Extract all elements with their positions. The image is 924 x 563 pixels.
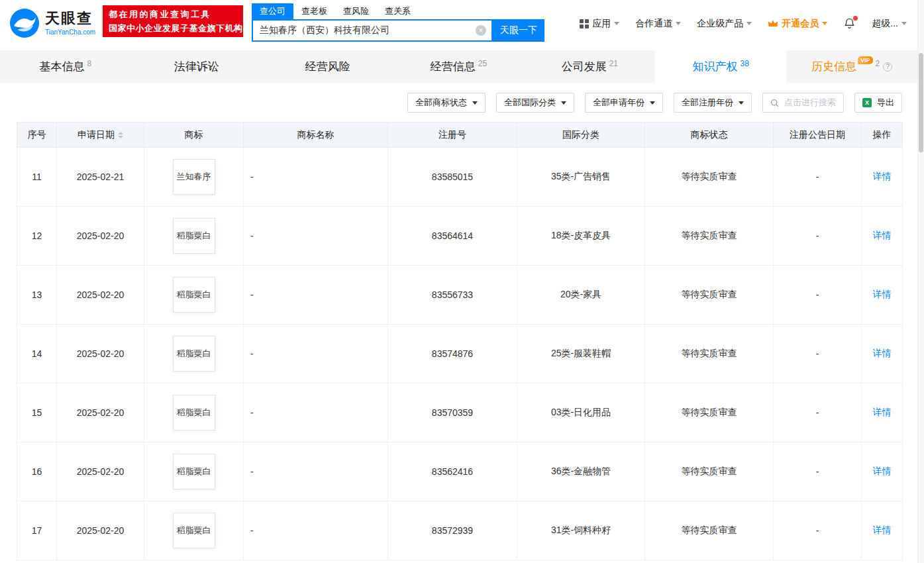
filter-intl-class[interactable]: 全部国际分类 xyxy=(496,93,574,113)
col-intl-class: 国际分类 xyxy=(517,123,645,148)
nav-account[interactable]: 超级... xyxy=(872,18,907,30)
registration-number: 83562416 xyxy=(388,442,517,501)
chevron-down-icon xyxy=(901,22,907,25)
crown-icon xyxy=(768,19,778,28)
search-area: 查公司 查老板 查风险 查关系 天眼一下 xyxy=(252,3,544,42)
trademark-image[interactable]: 稻脂粟白 xyxy=(173,395,215,431)
search-tab-company[interactable]: 查公司 xyxy=(252,3,293,19)
intl-class: 31类-饲料种籽 xyxy=(517,501,645,560)
nav-open-vip-label: 开通会员 xyxy=(782,18,819,30)
tab-intellectual-property[interactable]: 知识产权38 xyxy=(655,50,786,83)
brand-name: 天眼查 xyxy=(45,11,95,26)
action-cell: 详情 xyxy=(862,384,903,442)
tab-history-info[interactable]: 历史信息VIP2 xyxy=(786,50,917,83)
company-search-input[interactable] xyxy=(253,21,491,40)
apply-date: 2025-02-20 xyxy=(57,442,144,501)
action-cell: 详情 xyxy=(862,501,903,560)
scrollbar[interactable] xyxy=(917,0,924,563)
top-nav: 应用 合作通道 企业级产品 开通会员 超级... xyxy=(580,17,907,30)
tab-count: 2 xyxy=(876,59,880,68)
apply-date: 2025-02-20 xyxy=(57,266,144,325)
registration-number: 83556733 xyxy=(388,266,517,325)
tianyancha-logo[interactable]: 天眼查 TianYanCha.com xyxy=(9,8,95,38)
help-icon[interactable] xyxy=(883,62,892,72)
table-row: 14 2025-02-20 稻脂粟白 - 83574876 25类-服装鞋帽 等… xyxy=(17,325,903,384)
apply-date: 2025-02-20 xyxy=(57,325,144,384)
row-number: 14 xyxy=(17,325,57,384)
detail-link[interactable]: 详情 xyxy=(873,407,892,417)
detail-link[interactable]: 详情 xyxy=(873,289,892,299)
tab-basic-info[interactable]: 基本信息8 xyxy=(0,50,131,83)
filter-register-year[interactable]: 全部注册年份 xyxy=(674,93,752,113)
action-cell: 详情 xyxy=(862,325,903,384)
publish-date: - xyxy=(774,148,862,207)
trademark-status: 等待实质审查 xyxy=(645,384,774,442)
trademark-image[interactable]: 稻脂粟白 xyxy=(173,218,215,254)
search-tab-risk[interactable]: 查风险 xyxy=(335,3,377,19)
filter-row: 全部商标状态 全部国际分类 全部申请年份 全部注册年份 点击进行搜索 导出 xyxy=(17,93,902,113)
trademark-cell: 稻脂粟白 xyxy=(144,207,244,266)
trademark-status: 等待实质审查 xyxy=(645,501,774,560)
search-tab-boss[interactable]: 查老板 xyxy=(293,3,335,19)
registration-number: 83570359 xyxy=(388,384,517,442)
action-cell: 详情 xyxy=(862,442,903,501)
trademark-image[interactable]: 稻脂粟白 xyxy=(173,336,215,372)
nav-open-vip[interactable]: 开通会员 xyxy=(768,18,827,30)
tab-business-info[interactable]: 经营信息25 xyxy=(393,50,525,83)
apply-date: 2025-02-20 xyxy=(57,207,144,266)
nav-enterprise[interactable]: 企业级产品 xyxy=(697,18,752,30)
tab-legal-proceedings[interactable]: 法律诉讼 xyxy=(131,50,262,83)
detail-link[interactable]: 详情 xyxy=(873,230,892,240)
tab-count: 38 xyxy=(741,59,749,68)
tab-company-development[interactable]: 公司发展21 xyxy=(524,50,655,83)
table-search-placeholder: 点击进行搜索 xyxy=(784,97,836,109)
trademark-cell: 稻脂粟白 xyxy=(144,266,244,325)
search-tab-relation[interactable]: 查关系 xyxy=(377,3,419,19)
brand-domain: TianYanCha.com xyxy=(45,28,95,36)
col-apply-date: 申请日期 xyxy=(57,123,144,148)
tianyancha-page: 天眼查 TianYanCha.com 都在用的商业查询工具 国家中小企业发展子基… xyxy=(0,0,924,563)
notification-bell[interactable] xyxy=(843,17,856,30)
export-button[interactable]: 导出 xyxy=(854,93,902,113)
table-search-box[interactable]: 点击进行搜索 xyxy=(762,93,844,113)
nav-enterprise-label: 企业级产品 xyxy=(697,18,743,30)
detail-link[interactable]: 详情 xyxy=(873,348,892,358)
trademark-image[interactable]: 稻脂粟白 xyxy=(173,513,215,548)
trademark-cell: 稻脂粟白 xyxy=(144,325,244,384)
filter-apply-year[interactable]: 全部申请年份 xyxy=(585,93,663,113)
tab-business-risk[interactable]: 经营风险 xyxy=(262,50,393,83)
publish-date: - xyxy=(774,442,862,501)
scrollbar-thumb[interactable] xyxy=(919,53,923,152)
detail-link[interactable]: 详情 xyxy=(873,466,892,476)
nav-apps[interactable]: 应用 xyxy=(580,18,619,30)
col-action: 操作 xyxy=(862,123,903,148)
nav-cooperation[interactable]: 合作通道 xyxy=(635,18,681,30)
col-trademark-name: 商标名称 xyxy=(244,123,388,148)
detail-link[interactable]: 详情 xyxy=(873,171,892,181)
trademark-section: 全部商标状态 全部国际分类 全部申请年份 全部注册年份 点击进行搜索 导出 序号 xyxy=(17,93,902,560)
trademark-status: 等待实质审查 xyxy=(645,266,774,325)
trademark-name: - xyxy=(244,325,388,384)
trademark-image[interactable]: 稻脂粟白 xyxy=(173,454,215,489)
trademark-image[interactable]: 兰知春序 xyxy=(173,159,215,195)
filter-trademark-status[interactable]: 全部商标状态 xyxy=(407,93,486,113)
tab-count: 21 xyxy=(609,59,618,68)
table-row: 12 2025-02-20 稻脂粟白 - 83564614 18类-皮革皮具 等… xyxy=(17,207,903,266)
trademark-image[interactable]: 稻脂粟白 xyxy=(173,277,215,313)
chevron-down-icon xyxy=(822,22,827,25)
detail-link[interactable]: 详情 xyxy=(873,525,892,535)
sort-icon[interactable] xyxy=(118,132,123,138)
search-button[interactable]: 天眼一下 xyxy=(493,19,544,42)
section-tabs: 基本信息8 法律诉讼 经营风险 经营信息25 公司发展21 知识产权38 历史信… xyxy=(0,50,917,83)
col-publish-date: 注册公告日期 xyxy=(774,123,862,148)
trademark-name: - xyxy=(244,207,388,266)
chevron-down-icon xyxy=(739,101,744,105)
nav-account-label: 超级... xyxy=(872,18,898,30)
clear-icon[interactable] xyxy=(476,25,486,36)
table-row: 17 2025-02-20 稻脂粟白 - 83572939 31类-饲料种籽 等… xyxy=(17,501,903,560)
trademark-name: - xyxy=(244,266,388,325)
apply-date: 2025-02-21 xyxy=(57,148,144,207)
chevron-down-icon xyxy=(614,22,619,25)
table-header-row: 序号 申请日期 商标 商标名称 注册号 国际分类 商标状态 注册公告日期 操作 xyxy=(17,123,903,148)
trademark-table: 序号 申请日期 商标 商标名称 注册号 国际分类 商标状态 注册公告日期 操作 … xyxy=(17,122,903,560)
